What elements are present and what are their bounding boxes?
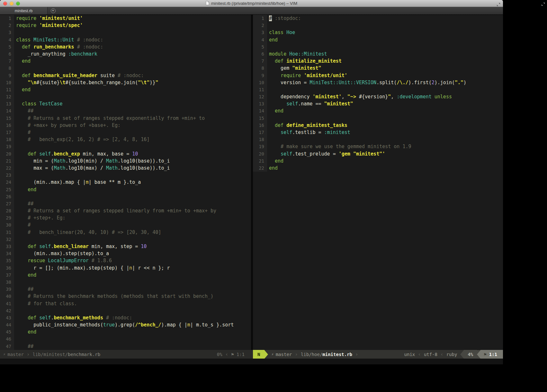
code-line[interactable]: 35 rescue LocalJumpError # 1.8.6 xyxy=(0,257,251,264)
code-line[interactable]: 21 end xyxy=(253,157,503,165)
code-line[interactable]: 20 self.test_prelude = 'gem "minitest"' xyxy=(253,150,503,157)
code-line[interactable]: 6module Hoe::Minitest xyxy=(253,50,503,58)
code-text xyxy=(14,65,16,72)
code-line[interactable]: 8 gem "minitest" xyxy=(253,65,503,72)
code-line[interactable]: 23 xyxy=(0,172,251,179)
code-line[interactable]: 21 min = (Math.log10(min) / Math.log10(b… xyxy=(0,157,251,165)
code-line[interactable]: 28 # Returns a set of ranges stepped lin… xyxy=(0,207,251,214)
code-line[interactable]: 2 xyxy=(253,22,503,29)
code-text: self.name == "minitest" xyxy=(267,100,353,107)
code-token: self xyxy=(286,101,298,107)
code-token: bench_linear xyxy=(54,244,88,249)
document-proxy-icon[interactable] xyxy=(206,1,209,6)
code-line[interactable]: 14 end xyxy=(253,107,503,114)
code-line[interactable]: 10 version = MiniTest::Unit::VERSION.spl… xyxy=(253,79,503,86)
code-line[interactable]: 19 # make sure we use the gemmed minites… xyxy=(253,143,503,150)
code-line[interactable]: 27 ## xyxy=(0,200,251,207)
code-line[interactable]: 14 ## xyxy=(0,107,251,114)
titlebar[interactable]: minitest.rb (/private/tmp/minitest/lib/h… xyxy=(0,0,503,7)
code-line[interactable]: 32 xyxy=(0,236,251,243)
code-text: end xyxy=(267,36,278,43)
code-token: end xyxy=(22,87,31,93)
line-number: 11 xyxy=(0,86,14,93)
code-line[interactable]: 1# :stopdoc: xyxy=(253,15,503,22)
code-token xyxy=(16,80,28,85)
code-line[interactable]: 44 public_instance_methods(true).grep(/^… xyxy=(0,321,251,328)
code-line[interactable]: 7 def initialize_minitest xyxy=(253,58,503,65)
code-line[interactable]: 26 xyxy=(0,193,251,200)
code-line[interactable]: 22 max = (Math.log10(max) / Math.log10(b… xyxy=(0,165,251,172)
code-line[interactable]: 31 # bench_linear(20, 40, 10) # => [20, … xyxy=(0,229,251,236)
code-line[interactable]: 25 end xyxy=(0,186,251,193)
code-line[interactable]: 30 # xyxy=(0,221,251,228)
code-text xyxy=(14,193,16,200)
code-line[interactable]: 22end xyxy=(253,165,503,172)
line-number: 8 xyxy=(0,65,14,72)
code-text: self.testlib = :minitest xyxy=(267,129,350,136)
code-line[interactable]: 38 xyxy=(0,279,251,286)
fullscreen-icon[interactable] xyxy=(497,2,500,8)
code-line[interactable]: 17 self.testlib = :minitest xyxy=(253,129,503,136)
code-line[interactable]: 17 # xyxy=(0,129,251,136)
new-tab-button[interactable]: + xyxy=(48,7,58,14)
code-line[interactable]: 3class Hoe xyxy=(253,29,503,36)
code-line[interactable]: 9 require 'minitest/unit' xyxy=(253,72,503,79)
code-line[interactable]: 6 _run_anything :benchmark xyxy=(0,50,251,58)
code-line[interactable]: 47 ## xyxy=(0,343,251,350)
code-line[interactable]: 19 xyxy=(0,143,251,150)
code-line[interactable]: 40 # Returns the benchmark methods (meth… xyxy=(0,293,251,300)
code-token: .log10(min) / xyxy=(66,158,106,164)
code-line[interactable]: 36 r = []; (min..max).step(step) { |n| r… xyxy=(0,264,251,272)
code-text: def initialize_minitest xyxy=(267,58,342,65)
code-line[interactable]: 43 def self.benchmark_methods # :nodoc: xyxy=(0,314,251,321)
code-line[interactable]: 13 self.name == "minitest" xyxy=(253,100,503,107)
code-line[interactable]: 11 xyxy=(253,86,503,93)
code-line[interactable]: 20 def self.bench_exp min, max, base = 1… xyxy=(0,150,251,157)
code-line[interactable]: 34 (min..max).step(step).to_a xyxy=(0,250,251,257)
code-token: .log10(base)).to_i xyxy=(118,158,170,164)
code-line[interactable]: 33 def self.bench_linear min, max, step … xyxy=(0,243,251,250)
code-line[interactable]: 11 end xyxy=(0,86,251,93)
code-line[interactable]: 4class MiniTest::Unit # :nodoc: xyxy=(0,36,251,43)
code-line[interactable]: 12 dependency 'minitest', "~> #{version}… xyxy=(253,93,503,100)
code-line[interactable]: 4end xyxy=(253,36,503,43)
code-line[interactable]: 45 end xyxy=(0,328,251,335)
code-line[interactable]: 9 def benchmark_suite_header suite # :no… xyxy=(0,72,251,79)
code-line[interactable]: 16 # +max+ by powers of +base+. Eg: xyxy=(0,122,251,129)
line-number: 9 xyxy=(0,72,14,79)
code-line[interactable]: 15 # Returns a set of ranges stepped exp… xyxy=(0,115,251,122)
code-line[interactable]: 16 def define_minitest_tasks xyxy=(253,122,503,129)
code-line[interactable]: 8 xyxy=(0,65,251,72)
code-token: ## xyxy=(28,108,33,114)
code-line[interactable]: 39 ## xyxy=(0,286,251,293)
command-line[interactable] xyxy=(0,359,503,364)
code-line[interactable]: 10 "\n#{suite}\t#{suite.bench_range.join… xyxy=(0,79,251,86)
code-line[interactable]: 7 end xyxy=(0,58,251,65)
code-line[interactable]: 1require 'minitest/unit' xyxy=(0,15,251,22)
code-line[interactable]: 37 end xyxy=(0,272,251,279)
separator-right-icon: › xyxy=(27,351,30,357)
code-line[interactable]: 18 # bench_exp(2, 16, 2) # => [2, 4, 8, … xyxy=(0,136,251,143)
code-line[interactable]: 5 xyxy=(253,43,503,50)
tab-minitest[interactable]: minitest.rb xyxy=(0,7,48,14)
code-line[interactable]: 24 (min..max).map { |m| base ** m }.to_a xyxy=(0,179,251,186)
code-line[interactable]: 42 xyxy=(0,307,251,314)
powerline-arrow-icon xyxy=(460,350,464,359)
code-line[interactable]: 46 xyxy=(0,335,251,343)
code-line[interactable]: 5 def run_benchmarks # :nodoc: xyxy=(0,43,251,50)
code-token xyxy=(269,73,281,78)
code-line[interactable]: 2require 'minitest/spec' xyxy=(0,22,251,29)
pane-left-benchmark-rb[interactable]: 1require 'minitest/unit'2require 'minite… xyxy=(0,15,251,350)
code-line[interactable]: 29 # +step+. Eg: xyxy=(0,214,251,221)
code-line[interactable]: 12 xyxy=(0,93,251,100)
code-token: ).join( xyxy=(435,80,455,85)
code-line[interactable]: 41 # for that class. xyxy=(0,300,251,307)
code-token: \t xyxy=(59,80,65,85)
pane-right-minitest-rb[interactable]: 1# :stopdoc:23class Hoe4end56module Hoe:… xyxy=(253,15,503,350)
code-line[interactable]: 18 xyxy=(253,136,503,143)
code-line[interactable]: 3 xyxy=(0,29,251,36)
line-number: 12 xyxy=(253,93,267,100)
code-line[interactable]: 13 class TestCase xyxy=(0,100,251,107)
code-token: min, max, base = xyxy=(80,151,132,157)
code-line[interactable]: 15 xyxy=(253,115,503,122)
